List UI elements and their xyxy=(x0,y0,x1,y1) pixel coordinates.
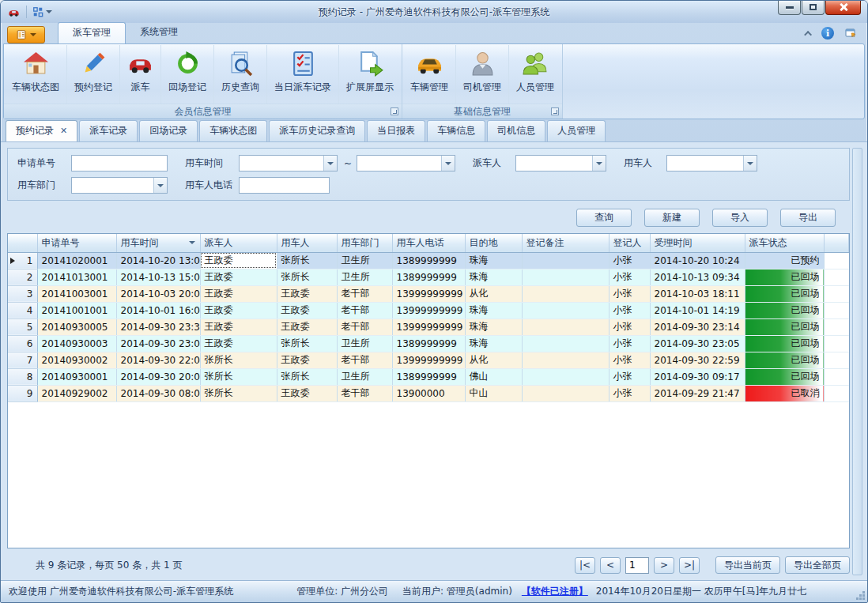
cell[interactable]: 2014-09-30 23:00 xyxy=(116,335,200,352)
cell[interactable]: 2014-09-30 22:59 xyxy=(650,352,745,368)
app-menu-button[interactable] xyxy=(7,26,45,43)
ribbon-button-car-orange[interactable]: 车辆管理 xyxy=(403,45,456,104)
row-indicator[interactable]: 9 xyxy=(8,385,37,401)
row-indicator[interactable]: 1 xyxy=(8,252,37,269)
cell[interactable]: 王政委 xyxy=(200,252,277,269)
cell[interactable] xyxy=(522,385,609,401)
restore-button[interactable] xyxy=(802,0,825,15)
ribbon-button-car-red[interactable]: 派车 xyxy=(120,45,161,104)
column-header[interactable]: 目的地 xyxy=(465,234,522,252)
dropdown-arrow-icon[interactable] xyxy=(323,156,337,171)
table-row[interactable]: 9201409290022014-09-30 08:00张所长王政委老干部139… xyxy=(8,385,849,401)
cell[interactable]: 从化 xyxy=(465,285,522,302)
collapse-chevron-icon[interactable] xyxy=(804,30,812,38)
dropdown-arrow-icon[interactable] xyxy=(592,156,606,171)
query-button[interactable]: 查询 xyxy=(576,209,632,227)
dispatcher-combo[interactable] xyxy=(515,155,606,171)
cell[interactable]: 王政委 xyxy=(277,385,337,401)
column-header[interactable]: 登记备注 xyxy=(522,234,609,252)
cell[interactable]: 已回场 xyxy=(745,269,824,285)
cell[interactable]: 卫生所 xyxy=(337,269,392,285)
ribbon-button-people[interactable]: 人员管理 xyxy=(509,45,561,104)
cell[interactable]: 20140929002 xyxy=(37,385,116,401)
cell[interactable]: 珠海 xyxy=(465,269,522,285)
document-tab[interactable]: 车辆状态图 xyxy=(199,120,267,141)
column-header[interactable]: 用车时间 xyxy=(116,234,200,252)
ribbon-button-pencil[interactable]: 预约登记 xyxy=(67,45,120,104)
grid-icon[interactable] xyxy=(32,6,43,17)
cell[interactable]: 小张 xyxy=(609,285,650,302)
ribbon-button-screen-export[interactable]: 扩展屏显示 xyxy=(339,45,401,104)
cell[interactable]: 卫生所 xyxy=(337,335,392,352)
cell[interactable]: 2014-09-30 23:30 xyxy=(116,318,200,335)
cell[interactable]: 1389999999 xyxy=(392,252,465,269)
cell[interactable]: 小张 xyxy=(609,252,650,269)
cell[interactable]: 王政委 xyxy=(277,302,337,318)
table-row[interactable]: 1201410200012014-10-20 13:00王政委张所长卫生所138… xyxy=(8,252,849,269)
cell[interactable]: 已回场 xyxy=(745,318,824,335)
cell[interactable]: 已回场 xyxy=(745,285,824,302)
cell[interactable]: 王政委 xyxy=(200,285,277,302)
document-tab[interactable]: 回场记录 xyxy=(139,120,198,141)
row-indicator[interactable]: 3 xyxy=(8,285,37,302)
cell[interactable]: 小张 xyxy=(609,269,650,285)
cell[interactable] xyxy=(522,368,609,385)
document-tab[interactable]: 司机信息 xyxy=(487,120,545,141)
cell[interactable]: 珠海 xyxy=(465,252,522,269)
cell[interactable]: 已回场 xyxy=(745,335,824,352)
cell[interactable]: 已预约 xyxy=(745,252,824,269)
column-header[interactable]: 派车人 xyxy=(200,234,277,252)
cell[interactable]: 20140930003 xyxy=(37,335,116,352)
cell[interactable]: 2014-10-03 20:00 xyxy=(116,285,200,302)
cell[interactable]: 13999999999 xyxy=(392,318,465,335)
ribbon-button-history-search[interactable]: 历史查询 xyxy=(214,45,267,104)
cell[interactable]: 1389999999 xyxy=(392,368,465,385)
column-header[interactable]: 登记人 xyxy=(609,234,650,252)
cell[interactable]: 2014-10-01 14:19 xyxy=(650,302,745,318)
cell[interactable]: 张所长 xyxy=(277,368,337,385)
close-button[interactable] xyxy=(825,0,861,15)
vertical-scrollbar[interactable] xyxy=(852,148,862,575)
cell[interactable]: 2014-09-30 22:00 xyxy=(116,352,200,368)
cell[interactable] xyxy=(522,269,609,285)
tab-close-icon[interactable]: ✕ xyxy=(60,127,67,135)
cell[interactable]: 老干部 xyxy=(337,302,392,318)
table-row[interactable]: 8201409300012014-09-30 20:00张所长张所长卫生所138… xyxy=(8,368,849,385)
table-row[interactable]: 2201410130012014-10-13 15:00王政委张所长卫生所138… xyxy=(8,269,849,285)
cell[interactable]: 张所长 xyxy=(200,368,277,385)
first-page-button[interactable]: |< xyxy=(575,557,595,574)
minimize-button[interactable] xyxy=(778,0,801,15)
ribbon-button-house[interactable]: 车辆状态图 xyxy=(5,45,67,104)
cell[interactable]: 张所长 xyxy=(277,269,337,285)
cell[interactable]: 1389999999 xyxy=(392,269,465,285)
cell[interactable]: 13999999999 xyxy=(392,285,465,302)
cell[interactable]: 王政委 xyxy=(200,302,277,318)
cell[interactable]: 2014-10-13 15:00 xyxy=(116,269,200,285)
last-page-button[interactable]: >| xyxy=(679,557,700,574)
cell[interactable]: 2014-09-29 21:47 xyxy=(650,385,745,401)
table-row[interactable]: 7201409300022014-09-30 22:00张所长王政委老干部139… xyxy=(8,352,849,368)
resize-grip[interactable] xyxy=(855,590,865,600)
document-tab[interactable]: 派车历史记录查询 xyxy=(269,120,365,141)
cell[interactable]: 老干部 xyxy=(337,318,392,335)
document-tab[interactable]: 预约记录✕ xyxy=(6,120,77,141)
cell[interactable]: 20140930002 xyxy=(37,352,116,368)
cell[interactable]: 王政委 xyxy=(200,318,277,335)
cell[interactable] xyxy=(522,318,609,335)
cell[interactable]: 佛山 xyxy=(465,368,522,385)
document-tab[interactable]: 人员管理 xyxy=(547,120,606,141)
cell[interactable]: 20141013001 xyxy=(37,269,116,285)
use-time-to-combo[interactable] xyxy=(357,155,455,171)
cell[interactable]: 中山 xyxy=(465,385,522,401)
ribbon-button-checklist[interactable]: 当日派车记录 xyxy=(267,45,339,104)
table-row[interactable]: 3201410030012014-10-03 20:00王政委王政委老干部139… xyxy=(8,285,849,302)
column-header[interactable] xyxy=(8,234,37,252)
dropdown-arrow-icon[interactable] xyxy=(153,178,167,193)
cell[interactable]: 2014-09-30 20:00 xyxy=(116,368,200,385)
cell[interactable] xyxy=(522,352,609,368)
cell[interactable]: 已取消 xyxy=(745,385,824,401)
cell[interactable]: 2014-09-30 23:14 xyxy=(650,318,745,335)
cell[interactable]: 王政委 xyxy=(277,318,337,335)
cell[interactable]: 2014-09-30 09:17 xyxy=(650,368,745,385)
export-current-page-button[interactable]: 导出当前页 xyxy=(715,556,780,574)
